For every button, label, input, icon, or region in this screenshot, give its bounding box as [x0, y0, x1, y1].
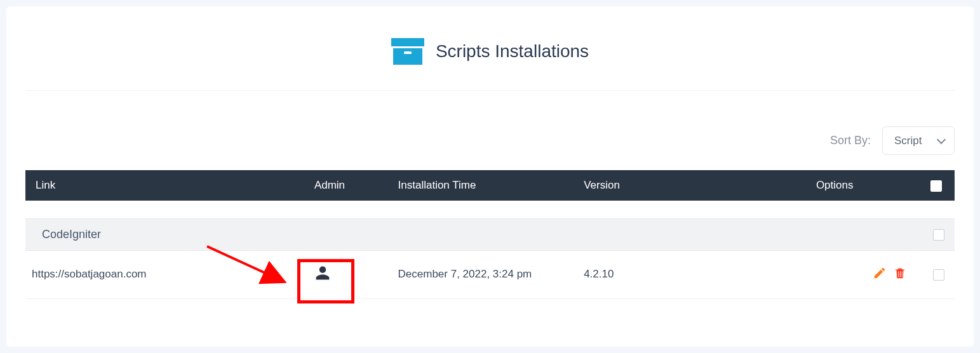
delete-icon[interactable]: [893, 266, 907, 280]
page-title: Scripts Installations: [436, 41, 589, 62]
sort-select[interactable]: Script: [882, 126, 955, 155]
col-header-time: Installation Time: [388, 170, 574, 201]
col-header-link: Link: [25, 170, 304, 201]
group-checkbox[interactable]: [933, 229, 944, 241]
row-options: [806, 250, 918, 298]
scripts-installations-panel: Scripts Installations Sort By: Script Li…: [6, 6, 974, 347]
select-all-checkbox[interactable]: [930, 180, 942, 192]
install-version: 4.2.10: [574, 250, 806, 298]
svg-rect-0: [391, 38, 424, 46]
col-header-version: Version: [574, 170, 806, 201]
table-header-row: Link Admin Installation Time Version Opt…: [25, 170, 955, 201]
svg-rect-2: [404, 51, 412, 54]
install-link[interactable]: https://sobatjagoan.com: [25, 250, 304, 298]
install-time: December 7, 2022, 3:24 pm: [388, 250, 574, 298]
installations-table: Link Admin Installation Time Version Opt…: [25, 170, 955, 299]
row-checkbox[interactable]: [933, 269, 944, 281]
sort-toolbar: Sort By: Script: [25, 91, 955, 170]
col-header-options: Options: [806, 170, 918, 201]
sort-select-wrap: Script: [882, 126, 955, 155]
table-row: https://sobatjagoan.com December 7, 2022…: [25, 250, 955, 298]
archive-icon: [391, 38, 424, 65]
edit-icon[interactable]: [873, 266, 887, 280]
col-header-checkbox: [917, 170, 955, 201]
svg-rect-1: [393, 48, 422, 65]
admin-user-icon[interactable]: [314, 272, 331, 284]
script-group-row: CodeIgniter: [25, 218, 955, 250]
script-group-name: CodeIgniter: [25, 218, 917, 250]
sort-by-label: Sort By:: [830, 134, 871, 147]
spacer-row: [25, 201, 955, 218]
col-header-admin: Admin: [304, 170, 388, 201]
page-header: Scripts Installations: [25, 19, 955, 91]
